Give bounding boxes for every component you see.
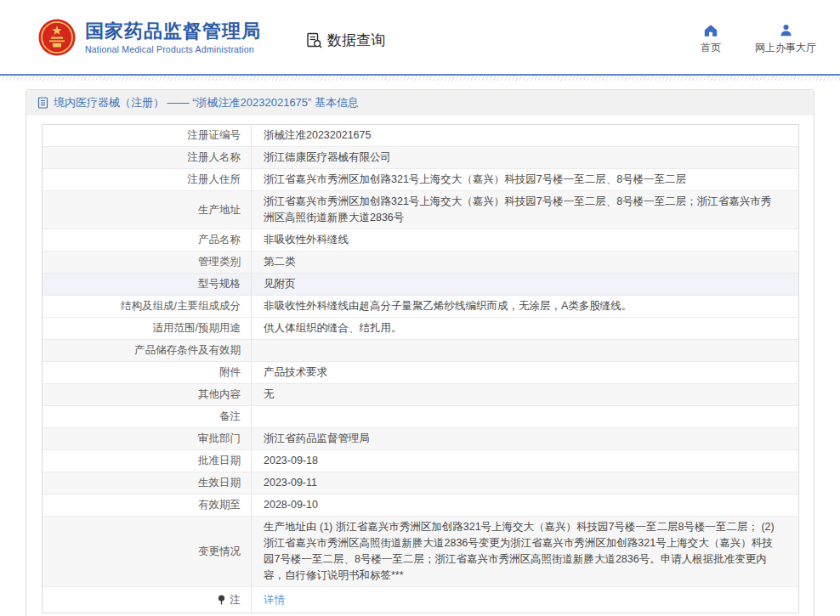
table-row: 注册人名称浙江德康医疗器械有限公司 [43,147,798,169]
row-label: 管理类别 [43,251,252,273]
row-value: 浙江省嘉兴市秀洲区加创路321号上海交大（嘉兴）科技园7号楼一至二层、8号楼一至… [252,169,798,190]
row-value: 非吸收性外科缝线由超高分子量聚乙烯纱线编织而成，无涂层，A类多股缝线。 [252,296,798,317]
row-label: 结构及组成/主要组成成分 [43,296,252,317]
row-value: 生产地址由 (1) 浙江省嘉兴市秀洲区加创路321号上海交大（嘉兴）科技园7号楼… [252,517,798,586]
table-row: 批准日期2023-09-18 [43,450,798,472]
row-value: 2028-09-10 [252,494,798,516]
row-value: 产品技术要求 [252,362,798,383]
row-value: 详情 [252,587,798,613]
row-value: 浙械注准20232021675 [252,125,798,146]
table-row: 结构及组成/主要组成成分非吸收性外科缝线由超高分子量聚乙烯纱线编织而成，无涂层，… [43,296,798,318]
info-table: 注册证编号浙械注准20232021675注册人名称浙江德康医疗器械有限公司注册人… [42,124,799,613]
row-label: 适用范围/预期用途 [43,318,252,339]
pin-icon [217,594,226,606]
row-value: 2023-09-11 [252,472,798,494]
table-row: 审批部门浙江省药品监督管理局 [43,428,798,450]
document-search-icon [305,31,323,49]
table-row: 产品储存条件及有效期 [43,340,798,362]
row-value: 供人体组织的缝合、结扎用。 [252,318,798,339]
info-panel: 境内医疗器械（注册） —— “浙械注准20232021675” 基本信息 注册证… [26,89,814,616]
table-row: 备注 [43,406,798,428]
table-row: 管理类别第二类 [43,251,798,274]
row-value: 浙江省嘉兴市秀洲区加创路321号上海交大（嘉兴）科技园7号楼一至二层、8号楼一至… [252,191,798,229]
nav-online-hall-label: 网上办事大厅 [755,41,816,55]
row-value [252,340,798,361]
table-row: 有效期至2028-09-10 [43,494,798,517]
row-label: 其他内容 [43,384,252,405]
table-row: 型号规格见附页 [43,274,798,296]
org-name: 国家药品监督管理局 [85,20,261,42]
user-icon [779,23,793,37]
org-name-en: National Medical Products Administration [85,44,261,54]
row-label: 注册人名称 [43,147,252,168]
row-label: 产品名称 [43,229,252,251]
details-link[interactable]: 详情 [264,592,285,608]
row-label: 产品储存条件及有效期 [43,340,252,361]
row-label: 备注 [43,406,252,427]
row-value: 非吸收性外科缝线 [252,229,798,251]
row-label: 注册证编号 [43,125,252,146]
table-row: 适用范围/预期用途供人体组织的缝合、结扎用。 [43,318,798,340]
row-label: 型号规格 [43,274,252,295]
brand-logo[interactable]: 国家药品监督管理局 National Medical Products Admi… [38,19,261,56]
row-label: 变更情况 [43,517,252,586]
row-value: 2023-09-18 [252,450,798,472]
brand-text: 国家药品监督管理局 National Medical Products Admi… [85,20,261,54]
row-label: 生产地址 [43,191,252,229]
row-value: 见附页 [252,274,798,295]
data-query-label: 数据查询 [327,31,385,50]
header-divider-band [0,74,840,81]
nav-online-hall[interactable]: 网上办事大厅 [755,23,816,55]
table-row: 注册证编号浙械注准20232021675 [43,125,798,147]
panel-title-text: 境内医疗器械（注册） —— “浙械注准20232021675” 基本信息 [54,95,359,110]
table-row: 注详情 [43,587,798,613]
row-value: 浙江德康医疗器械有限公司 [252,147,798,168]
table-row: 变更情况生产地址由 (1) 浙江省嘉兴市秀洲区加创路321号上海交大（嘉兴）科技… [43,517,798,587]
row-label: 附件 [43,362,252,383]
row-label: 注 [43,587,252,613]
table-row: 其他内容无 [43,384,798,406]
row-label: 注册人住所 [43,169,252,190]
table-row: 生产地址浙江省嘉兴市秀洲区加创路321号上海交大（嘉兴）科技园7号楼一至二层、8… [43,191,798,229]
row-label: 有效期至 [43,494,252,516]
row-value [252,406,798,427]
document-icon [37,97,48,109]
top-nav: 首页 网上办事大厅 [701,23,816,55]
nav-home-label: 首页 [701,41,721,55]
table-row: 注册人住所浙江省嘉兴市秀洲区加创路321号上海交大（嘉兴）科技园7号楼一至二层、… [43,169,798,191]
data-query-nav[interactable]: 数据查询 [305,31,385,50]
main-content: 境内医疗器械（注册） —— “浙械注准20232021675” 基本信息 注册证… [0,81,840,616]
nav-home[interactable]: 首页 [701,23,721,55]
home-icon [703,23,718,37]
table-row: 产品名称非吸收性外科缝线 [43,229,798,251]
national-emblem-icon [38,19,76,56]
row-label: 审批部门 [43,428,252,449]
site-header: 国家药品监督管理局 National Medical Products Admi… [0,0,840,74]
row-value: 无 [252,384,798,405]
row-label: 生效日期 [43,472,252,494]
row-value: 第二类 [252,251,798,273]
table-row: 生效日期2023-09-11 [43,472,798,494]
panel-title-bar: 境内医疗器械（注册） —— “浙械注准20232021675” 基本信息 [26,90,814,116]
table-row: 附件产品技术要求 [43,362,798,384]
row-label: 批准日期 [43,450,252,472]
row-value: 浙江省药品监督管理局 [252,428,798,449]
